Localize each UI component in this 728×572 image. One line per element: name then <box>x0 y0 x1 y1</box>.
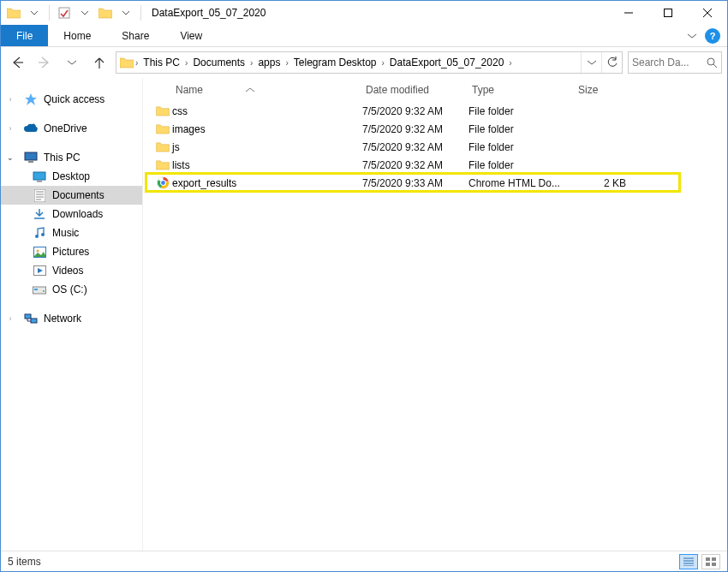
sidebar-item-network[interactable]: › Network <box>1 309 142 328</box>
sort-asc-icon <box>246 87 254 92</box>
quick-access-toolbar <box>1 3 145 22</box>
file-date: 7/5/2020 9:32 AM <box>362 123 468 135</box>
music-icon <box>32 227 47 239</box>
sidebar-item-pictures[interactable]: Pictures <box>1 242 142 261</box>
breadcrumb[interactable]: DataExport_05_07_2020 <box>386 57 507 69</box>
down-chevron-icon[interactable] <box>25 3 44 22</box>
up-button[interactable] <box>88 51 110 74</box>
file-name: js <box>172 141 362 153</box>
chevron-right-icon[interactable]: › <box>507 58 513 68</box>
expand-icon[interactable]: › <box>6 95 15 104</box>
breadcrumb[interactable]: Documents <box>189 57 248 69</box>
file-tab[interactable]: File <box>1 25 48 46</box>
drive-icon <box>32 284 47 295</box>
down-chevron-icon[interactable] <box>116 3 135 22</box>
address-dropdown-icon[interactable] <box>581 52 601 73</box>
maximize-button[interactable] <box>648 1 688 25</box>
close-button[interactable] <box>688 1 727 25</box>
refresh-button[interactable] <box>601 52 622 73</box>
search-icon[interactable] <box>707 57 718 69</box>
back-button[interactable] <box>6 51 28 74</box>
sidebar-item-label: This PC <box>44 152 81 164</box>
sidebar-item-onedrive[interactable]: › OneDrive <box>1 119 142 138</box>
folder-icon <box>153 159 172 170</box>
properties-icon[interactable] <box>55 3 74 22</box>
svg-rect-17 <box>31 319 37 323</box>
sidebar-item-label: Downloads <box>52 208 103 220</box>
ribbon-expand-icon[interactable] <box>688 33 696 39</box>
chevron-right-icon[interactable]: › <box>183 58 189 68</box>
breadcrumb[interactable]: apps <box>254 57 283 69</box>
this-pc-icon <box>23 152 39 164</box>
breadcrumb[interactable]: Telegram Desktop <box>290 57 380 69</box>
sidebar-item-os-c[interactable]: OS (C:) <box>1 280 142 299</box>
onedrive-icon <box>23 123 39 134</box>
sidebar-item-desktop[interactable]: Desktop <box>1 167 142 186</box>
content-pane: Name Date modified Type Size css7/5/2020… <box>143 78 727 551</box>
network-icon <box>23 313 39 325</box>
table-row[interactable]: export_results7/5/2020 9:33 AMChrome HTM… <box>143 174 727 192</box>
sidebar-item-documents[interactable]: Documents <box>1 186 142 205</box>
chevron-right-icon[interactable]: › <box>380 58 386 68</box>
status-bar: 5 items <box>1 551 727 571</box>
sidebar-item-this-pc[interactable]: ⌄ This PC <box>1 148 142 167</box>
table-row[interactable]: images7/5/2020 9:32 AMFile folder <box>143 120 727 138</box>
tab-home[interactable]: Home <box>48 25 106 46</box>
column-header-date[interactable]: Date modified <box>362 84 468 96</box>
table-row[interactable]: lists7/5/2020 9:32 AMFile folder <box>143 156 727 174</box>
file-date: 7/5/2020 9:33 AM <box>362 177 468 189</box>
sidebar-item-quick-access[interactable]: › Quick access <box>1 90 142 109</box>
recent-locations-icon[interactable] <box>61 51 83 74</box>
svg-rect-22 <box>706 563 710 566</box>
down-chevron-icon[interactable] <box>75 3 94 22</box>
separator <box>140 5 141 21</box>
column-header-name[interactable]: Name <box>172 84 362 96</box>
title-bar: DataExport_05_07_2020 <box>1 1 727 25</box>
documents-icon <box>32 189 47 202</box>
column-header-type[interactable]: Type <box>468 84 575 96</box>
column-header-size[interactable]: Size <box>575 84 643 96</box>
svg-rect-16 <box>25 314 31 319</box>
minimize-button[interactable] <box>609 1 648 25</box>
svg-rect-3 <box>25 152 37 160</box>
expand-icon[interactable]: › <box>6 314 15 323</box>
file-name: css <box>172 105 362 117</box>
folder-icon <box>153 141 172 152</box>
table-row[interactable]: css7/5/2020 9:32 AMFile folder <box>143 102 727 120</box>
icons-view-button[interactable] <box>701 554 720 569</box>
folder-icon[interactable] <box>96 3 115 22</box>
chevron-right-icon[interactable]: › <box>283 58 289 68</box>
tab-view[interactable]: View <box>164 25 218 46</box>
tab-share[interactable]: Share <box>106 25 164 46</box>
file-type: File folder <box>468 123 575 135</box>
details-view-button[interactable] <box>679 554 698 569</box>
search-box[interactable] <box>628 51 722 74</box>
breadcrumb[interactable]: This PC <box>140 57 183 69</box>
sidebar-item-downloads[interactable]: Downloads <box>1 205 142 223</box>
chevron-right-icon[interactable]: › <box>248 58 254 68</box>
folder-icon <box>153 105 172 116</box>
chevron-right-icon[interactable]: › <box>134 58 140 68</box>
folder-icon[interactable] <box>4 3 23 22</box>
svg-rect-7 <box>34 189 45 202</box>
file-date: 7/5/2020 9:32 AM <box>362 105 468 117</box>
forward-button[interactable] <box>33 51 56 74</box>
search-input[interactable] <box>632 57 694 69</box>
quick-access-icon <box>23 93 39 105</box>
column-headers: Name Date modified Type Size <box>143 78 727 102</box>
sidebar-item-music[interactable]: Music <box>1 223 142 242</box>
svg-point-11 <box>36 249 39 252</box>
address-bar[interactable]: › This PC › Documents › apps › Telegram … <box>116 51 623 74</box>
sidebar-item-label: Pictures <box>52 246 89 258</box>
svg-rect-23 <box>712 563 716 566</box>
file-name: export_results <box>172 177 362 189</box>
table-row[interactable]: js7/5/2020 9:32 AMFile folder <box>143 138 727 156</box>
collapse-icon[interactable]: ⌄ <box>6 153 15 162</box>
expand-icon[interactable]: › <box>6 124 15 133</box>
pictures-icon <box>32 247 47 258</box>
folder-icon <box>153 123 172 134</box>
help-button[interactable]: ? <box>705 28 720 44</box>
svg-point-15 <box>43 290 45 292</box>
sidebar-item-videos[interactable]: Videos <box>1 261 142 280</box>
videos-icon <box>32 265 47 276</box>
